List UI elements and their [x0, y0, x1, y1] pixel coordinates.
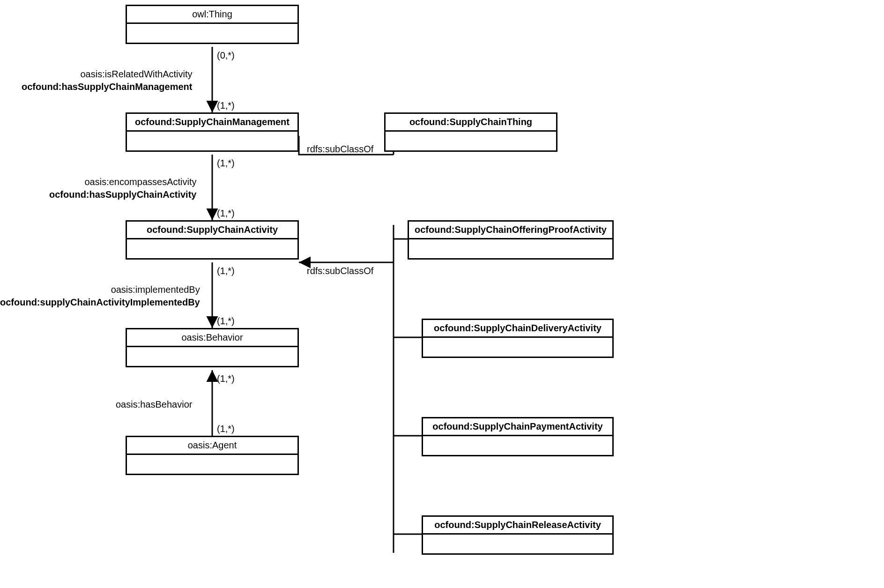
class-scda: ocfound:SupplyChainDeliveryActivity	[422, 319, 614, 358]
class-title: ocfound:SupplyChainDeliveryActivity	[423, 320, 612, 338]
class-supplychainactivity: ocfound:SupplyChainActivity	[126, 220, 299, 260]
class-behavior: oasis:Behavior	[126, 328, 299, 367]
class-body	[127, 132, 297, 150]
class-supplychainthing: ocfound:SupplyChainThing	[384, 112, 557, 152]
class-scopa: ocfound:SupplyChainOfferingProofActivity	[408, 220, 614, 260]
class-title: ocfound:SupplyChainActivity	[127, 222, 297, 239]
card-scm-sca-bottom: (1,*)	[217, 207, 235, 220]
class-body	[409, 239, 612, 258]
label-agent-beh: oasis:hasBehavior	[116, 398, 192, 411]
class-title: oasis:Agent	[127, 437, 297, 455]
card-thing-scm-top: (0,*)	[217, 49, 235, 62]
card-agent-beh-bottom: (1,*)	[217, 423, 235, 435]
class-body	[127, 24, 297, 43]
label-sca-beh: oasis:implementedBy ocfound:supplyChainA…	[0, 283, 200, 309]
label-scm-sca-line2: ocfound:hasSupplyChainActivity	[49, 188, 196, 201]
class-body	[386, 132, 556, 150]
class-body	[423, 535, 612, 553]
class-owl-thing: owl:Thing	[126, 5, 299, 44]
diagram-canvas: owl:Thing ocfound:SupplyChainManagement …	[0, 0, 884, 588]
class-body	[423, 338, 612, 357]
class-title: oasis:Behavior	[127, 329, 297, 347]
card-scm-sca-top: (1,*)	[217, 157, 235, 170]
label-scm-sca-line1: oasis:encompassesActivity	[49, 176, 196, 188]
label-thing-scm: oasis:isRelatedWithActivity ocfound:hasS…	[22, 68, 192, 93]
class-body	[127, 347, 297, 366]
class-scra: ocfound:SupplyChainReleaseActivity	[422, 515, 614, 555]
label-sca-beh-line2: ocfound:supplyChainActivityImplementedBy	[0, 296, 200, 309]
class-title: ocfound:SupplyChainOfferingProofActivity	[409, 222, 612, 239]
class-title: owl:Thing	[127, 6, 297, 24]
class-body	[127, 239, 297, 258]
class-scpa: ocfound:SupplyChainPaymentActivity	[422, 417, 614, 456]
class-body	[127, 455, 297, 474]
card-sca-beh-bottom: (1,*)	[217, 315, 235, 327]
card-agent-beh-top: (1,*)	[217, 372, 235, 385]
class-title: ocfound:SupplyChainPaymentActivity	[423, 418, 612, 436]
card-thing-scm-bottom: (1,*)	[217, 99, 235, 112]
class-title: ocfound:SupplyChainManagement	[127, 114, 297, 132]
card-sca-beh-top: (1,*)	[217, 265, 235, 277]
class-body	[423, 436, 612, 455]
label-sca-subclasses: rdfs:subClassOf	[307, 265, 373, 277]
label-thing-scm-line2: ocfound:hasSupplyChainManagement	[22, 81, 192, 93]
class-supplychainmanagement: ocfound:SupplyChainManagement	[126, 112, 299, 152]
class-title: ocfound:SupplyChainReleaseActivity	[423, 517, 612, 535]
label-scm-sct: rdfs:subClassOf	[307, 143, 373, 156]
class-agent: oasis:Agent	[126, 436, 299, 475]
label-sca-beh-line1: oasis:implementedBy	[0, 283, 200, 296]
label-scm-sca: oasis:encompassesActivity ocfound:hasSup…	[49, 176, 196, 201]
label-thing-scm-line1: oasis:isRelatedWithActivity	[22, 68, 192, 81]
class-title: ocfound:SupplyChainThing	[386, 114, 556, 132]
